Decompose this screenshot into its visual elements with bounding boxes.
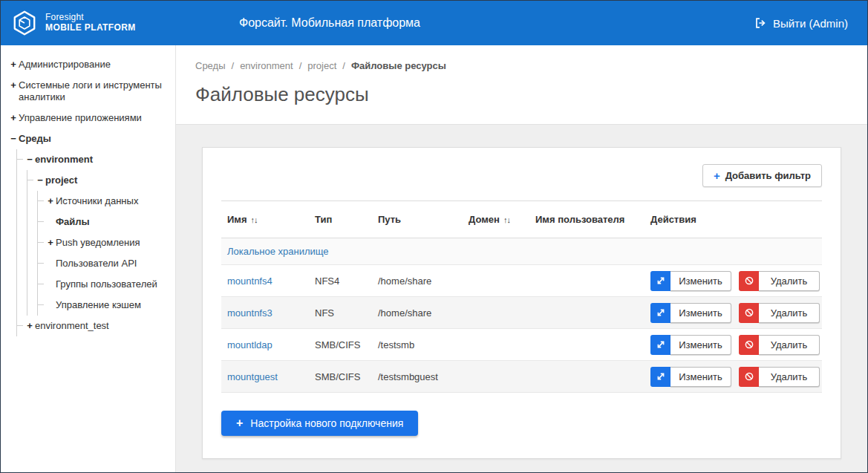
delete-icon [739, 335, 759, 355]
sidebar-item-api-users[interactable]: Пользователи API [38, 253, 171, 274]
sidebar-item-label: Администрирование [19, 59, 111, 71]
sidebar-item-environment-test[interactable]: + environment_test [17, 316, 171, 336]
delete-icon [739, 367, 759, 387]
sidebar-item-push-notifications[interactable]: + Push уведомления [38, 232, 171, 253]
expand-icon[interactable]: + [45, 195, 56, 207]
resource-link[interactable]: mountguest [227, 371, 278, 382]
page-header: Среды / environment / project / Файловые… [176, 45, 867, 125]
add-filter-label: Добавить фильтр [725, 170, 811, 181]
table-row: mountguest SMB/CIFS /testsmbguest [221, 361, 822, 393]
resource-link[interactable]: mountnfs3 [227, 307, 273, 319]
logo-text: Foresight MOBILE PLATFORM [45, 13, 136, 33]
resource-username [529, 329, 645, 361]
resource-type: SMB/CIFS [309, 361, 372, 393]
sidebar-item-label: Управление кэшем [56, 299, 141, 311]
column-label: Домен [469, 214, 500, 225]
sidebar-item-label: Файлы [56, 216, 90, 228]
column-label: Действия [650, 214, 696, 225]
breadcrumb-project[interactable]: project [307, 60, 336, 71]
sidebar-item-system-logs[interactable]: + Системные логи и инструменты аналитики [7, 75, 171, 108]
sidebar-item-cache-management[interactable]: Управление кэшем [38, 295, 171, 316]
resource-path: /home/share [372, 297, 463, 329]
sort-icon[interactable]: ↑↓ [251, 215, 258, 224]
edit-button[interactable]: Изменить [650, 271, 731, 291]
sidebar-item-data-sources[interactable]: + Источники данных [38, 191, 171, 212]
edit-button[interactable]: Изменить [650, 367, 731, 387]
sidebar-item-administration[interactable]: + Администрирование [7, 54, 171, 75]
new-connection-button[interactable]: + Настройка нового подключения [221, 411, 418, 436]
collapse-icon[interactable]: − [25, 154, 35, 166]
column-header-path: Путь [372, 201, 463, 238]
environment-children: − project + Источники данных Файлы [27, 170, 171, 316]
resource-domain [463, 297, 529, 329]
delete-button-label: Удалить [759, 335, 820, 355]
resource-type: NFS [309, 297, 372, 329]
resource-link[interactable]: mountnfs4 [227, 275, 273, 287]
expand-icon[interactable]: + [45, 237, 56, 249]
resource-username [529, 297, 645, 329]
column-label: Имя [227, 214, 247, 225]
resource-link[interactable]: mountldap [227, 339, 273, 350]
column-header-type: Тип [309, 201, 372, 238]
environments-children: − environment − project + Источники данн… [16, 149, 171, 336]
sidebar-item-label: Системные логи и инструменты аналитики [19, 79, 169, 103]
delete-button[interactable]: Удалить [739, 303, 820, 323]
app-title: Форсайт. Мобильная платформа [239, 16, 420, 30]
resource-path: /home/share [372, 265, 463, 297]
app-window: Foresight MOBILE PLATFORM Форсайт. Мобил… [0, 0, 868, 473]
project-children: + Источники данных Файлы + Push уведомле… [37, 191, 171, 316]
expand-icon[interactable]: + [8, 79, 19, 91]
sidebar-item-environments[interactable]: − Среды [7, 128, 171, 149]
main-area: + Добавить фильтр Имя↑↓ [176, 125, 867, 472]
delete-icon [739, 271, 759, 291]
breadcrumb-environment[interactable]: environment [240, 60, 293, 71]
sidebar-item-user-groups[interactable]: Группы пользователей [38, 274, 171, 295]
logout-icon [754, 17, 767, 30]
sidebar-item-label: Push уведомления [56, 237, 140, 249]
delete-button[interactable]: Удалить [739, 271, 820, 291]
logout-label: Выйти (Admin) [773, 17, 848, 30]
sidebar-nav: + Администрирование + Системные логи и и… [1, 45, 176, 472]
plus-icon: + [236, 418, 243, 428]
delete-button-label: Удалить [759, 271, 820, 291]
edit-icon [650, 271, 670, 291]
top-header: Foresight MOBILE PLATFORM Форсайт. Мобил… [1, 1, 867, 45]
expand-icon[interactable]: + [8, 112, 19, 124]
add-filter-button[interactable]: + Добавить фильтр [702, 164, 822, 187]
foresight-logo-icon [11, 10, 38, 36]
edit-button[interactable]: Изменить [650, 335, 731, 355]
resource-domain [463, 265, 529, 297]
logout-button[interactable]: Выйти (Admin) [754, 17, 848, 30]
delete-button[interactable]: Удалить [739, 335, 820, 355]
sidebar-item-label: environment [35, 154, 93, 166]
resource-domain [463, 329, 529, 361]
breadcrumb: Среды / environment / project / Файловые… [195, 60, 848, 71]
edit-button-label: Изменить [670, 367, 731, 387]
expand-icon[interactable]: + [8, 59, 19, 71]
column-header-name: Имя↑↓ [221, 201, 309, 238]
edit-icon [650, 335, 670, 355]
collapse-icon[interactable]: − [8, 133, 19, 145]
foresight-logo[interactable]: Foresight MOBILE PLATFORM [1, 10, 176, 36]
sidebar-item-environment[interactable]: − environment [17, 149, 171, 170]
breadcrumb-separator: / [232, 60, 235, 71]
sort-icon[interactable]: ↑↓ [503, 215, 510, 224]
delete-button-label: Удалить [759, 367, 820, 387]
sidebar-item-label: environment_test [35, 320, 109, 332]
collapse-icon[interactable]: − [35, 174, 45, 186]
breadcrumb-separator: / [342, 60, 345, 71]
column-label: Имя пользователя [535, 214, 624, 225]
resource-username [529, 265, 645, 297]
local-storage-link[interactable]: Локальное хранилище [227, 246, 329, 257]
sidebar-item-files[interactable]: Файлы [38, 212, 171, 232]
expand-icon[interactable]: + [25, 320, 35, 332]
edit-icon [650, 367, 670, 387]
sidebar-item-label: Группы пользователей [56, 278, 157, 290]
delete-button[interactable]: Удалить [739, 367, 820, 387]
column-header-actions: Действия [645, 201, 822, 238]
sidebar-item-project[interactable]: − project [27, 170, 171, 191]
sidebar-item-app-management[interactable]: + Управление приложениями [7, 108, 171, 128]
edit-button[interactable]: Изменить [650, 303, 731, 323]
resource-type: NFS4 [309, 265, 372, 297]
breadcrumb-environments[interactable]: Среды [195, 60, 226, 71]
